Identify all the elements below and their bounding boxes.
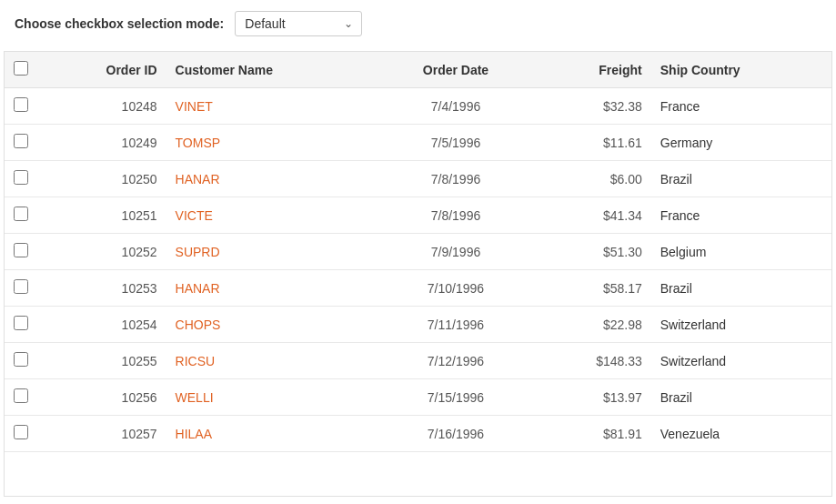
row-checkbox-cell[interactable]	[5, 416, 37, 452]
row-freight: $32.38	[531, 88, 652, 125]
table-row[interactable]: 10257 HILAA 7/16/1996 $81.91 Venezuela	[5, 416, 831, 452]
row-orderdate: 7/8/1996	[380, 161, 532, 197]
row-freight: $22.98	[531, 307, 652, 343]
row-orderid: 10257	[37, 416, 168, 452]
row-customername: RICSU	[168, 343, 380, 379]
row-orderdate: 7/11/1996	[380, 307, 532, 343]
row-shipcountry: Brazil	[653, 379, 831, 416]
row-freight: $51.30	[531, 234, 652, 270]
table-row[interactable]: 10255 RICSU 7/12/1996 $148.33 Switzerlan…	[5, 343, 831, 379]
row-freight: $148.33	[531, 343, 652, 379]
row-orderdate: 7/12/1996	[380, 343, 532, 379]
row-checkbox[interactable]	[14, 243, 28, 257]
row-checkbox-cell[interactable]	[5, 125, 37, 161]
table-row[interactable]: 10250 HANAR 7/8/1996 $6.00 Brazil	[5, 161, 831, 197]
row-shipcountry: Brazil	[653, 161, 831, 197]
row-customername: VICTE	[168, 197, 380, 234]
row-customername: VINET	[168, 88, 380, 125]
header-shipcountry: Ship Country	[653, 52, 831, 88]
row-orderid: 10254	[37, 307, 168, 343]
row-customername: CHOPS	[168, 307, 380, 343]
row-orderid: 10255	[37, 343, 168, 379]
top-bar: Choose checkbox selection mode: Default …	[0, 0, 836, 51]
row-shipcountry: Germany	[653, 125, 831, 161]
row-orderid: 10250	[37, 161, 168, 197]
row-customername: HANAR	[168, 161, 380, 197]
row-checkbox-cell[interactable]	[5, 343, 37, 379]
mode-select[interactable]: Default ResetOnRowClick MultiSimple Mult…	[235, 11, 362, 36]
table-row[interactable]: 10249 TOMSP 7/5/1996 $11.61 Germany	[5, 125, 831, 161]
mode-label: Choose checkbox selection mode:	[15, 16, 224, 31]
row-orderdate: 7/8/1996	[380, 197, 532, 234]
row-orderid: 10248	[37, 88, 168, 125]
row-orderdate: 7/15/1996	[380, 379, 532, 416]
header-orderdate: Order Date	[380, 52, 532, 88]
table-row[interactable]: 10256 WELLI 7/15/1996 $13.97 Brazil	[5, 379, 831, 416]
row-checkbox[interactable]	[14, 97, 28, 112]
row-shipcountry: Switzerland	[653, 307, 831, 343]
row-checkbox[interactable]	[14, 316, 28, 330]
row-checkbox[interactable]	[14, 207, 28, 221]
row-checkbox[interactable]	[14, 134, 28, 148]
row-orderid: 10249	[37, 125, 168, 161]
row-freight: $41.34	[531, 197, 652, 234]
row-shipcountry: Brazil	[653, 270, 831, 307]
row-orderdate: 7/5/1996	[380, 125, 532, 161]
select-all-checkbox[interactable]	[14, 61, 28, 76]
row-freight: $6.00	[531, 161, 652, 197]
row-checkbox[interactable]	[14, 388, 28, 403]
row-checkbox-cell[interactable]	[5, 161, 37, 197]
row-customername: TOMSP	[168, 125, 380, 161]
header-orderid: Order ID	[37, 52, 168, 88]
table-header-row: Order ID Customer Name Order Date Freigh…	[5, 52, 831, 88]
table-row[interactable]: 10254 CHOPS 7/11/1996 $22.98 Switzerland	[5, 307, 831, 343]
row-orderid: 10256	[37, 379, 168, 416]
row-checkbox[interactable]	[14, 425, 28, 439]
row-shipcountry: Venezuela	[653, 416, 831, 452]
row-checkbox-cell[interactable]	[5, 307, 37, 343]
row-checkbox[interactable]	[14, 170, 28, 185]
row-shipcountry: France	[653, 88, 831, 125]
row-orderid: 10253	[37, 270, 168, 307]
row-customername: SUPRD	[168, 234, 380, 270]
row-orderdate: 7/10/1996	[380, 270, 532, 307]
row-checkbox-cell[interactable]	[5, 379, 37, 416]
row-customername: HILAA	[168, 416, 380, 452]
row-orderid: 10252	[37, 234, 168, 270]
row-customername: WELLI	[168, 379, 380, 416]
row-freight: $11.61	[531, 125, 652, 161]
row-customername: HANAR	[168, 270, 380, 307]
row-orderdate: 7/9/1996	[380, 234, 532, 270]
table-row[interactable]: 10248 VINET 7/4/1996 $32.38 France	[5, 88, 831, 125]
row-shipcountry: Switzerland	[653, 343, 831, 379]
data-table: Order ID Customer Name Order Date Freigh…	[5, 52, 831, 452]
row-checkbox-cell[interactable]	[5, 88, 37, 125]
row-orderid: 10251	[37, 197, 168, 234]
row-checkbox-cell[interactable]	[5, 234, 37, 270]
table-row[interactable]: 10253 HANAR 7/10/1996 $58.17 Brazil	[5, 270, 831, 307]
row-freight: $13.97	[531, 379, 652, 416]
row-checkbox[interactable]	[14, 279, 28, 294]
header-customername: Customer Name	[168, 52, 380, 88]
row-checkbox-cell[interactable]	[5, 270, 37, 307]
row-orderdate: 7/4/1996	[380, 88, 532, 125]
row-freight: $58.17	[531, 270, 652, 307]
header-freight: Freight	[531, 52, 652, 88]
row-shipcountry: France	[653, 197, 831, 234]
table-row[interactable]: 10251 VICTE 7/8/1996 $41.34 France	[5, 197, 831, 234]
row-orderdate: 7/16/1996	[380, 416, 532, 452]
mode-select-wrapper[interactable]: Default ResetOnRowClick MultiSimple Mult…	[235, 11, 362, 36]
table-row[interactable]: 10252 SUPRD 7/9/1996 $51.30 Belgium	[5, 234, 831, 270]
row-checkbox-cell[interactable]	[5, 197, 37, 234]
row-freight: $81.91	[531, 416, 652, 452]
row-checkbox[interactable]	[14, 352, 28, 367]
row-shipcountry: Belgium	[653, 234, 831, 270]
header-checkbox-cell[interactable]	[5, 52, 37, 88]
data-table-container: Order ID Customer Name Order Date Freigh…	[4, 51, 832, 497]
